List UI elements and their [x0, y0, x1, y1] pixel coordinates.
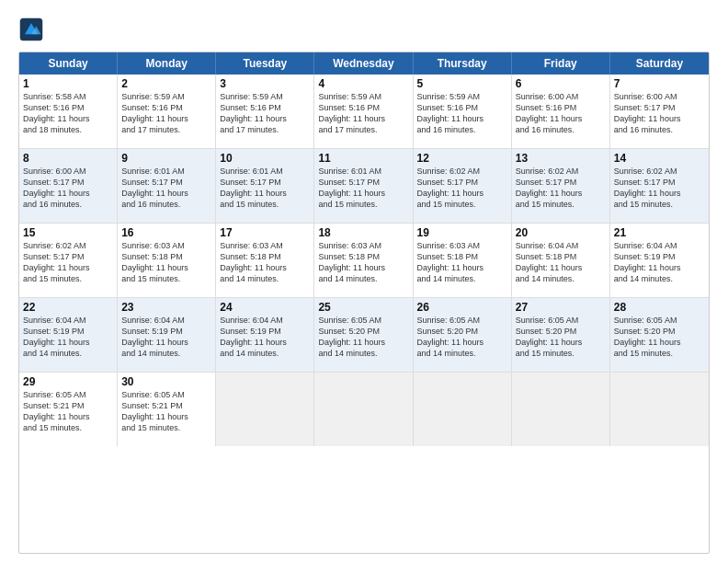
day-cell-16: 16Sunrise: 6:03 AM Sunset: 5:18 PM Dayli… — [118, 224, 216, 297]
calendar-row-4: 29Sunrise: 6:05 AM Sunset: 5:21 PM Dayli… — [19, 372, 709, 446]
day-number: 5 — [417, 77, 507, 90]
day-cell-19: 19Sunrise: 6:03 AM Sunset: 5:18 PM Dayli… — [414, 224, 512, 297]
day-info: Sunrise: 5:59 AM Sunset: 5:16 PM Dayligh… — [121, 91, 211, 136]
day-info: Sunrise: 6:01 AM Sunset: 5:17 PM Dayligh… — [121, 166, 211, 211]
day-cell-empty — [512, 373, 610, 446]
day-number: 13 — [516, 152, 606, 165]
day-number: 22 — [23, 301, 113, 314]
day-cell-20: 20Sunrise: 6:04 AM Sunset: 5:18 PM Dayli… — [512, 224, 610, 297]
day-number: 12 — [417, 152, 507, 165]
day-number: 14 — [614, 152, 705, 165]
weekday-header-friday: Friday — [512, 52, 610, 75]
day-info: Sunrise: 6:02 AM Sunset: 5:17 PM Dayligh… — [614, 166, 705, 211]
weekday-header-sunday: Sunday — [19, 52, 118, 75]
day-cell-empty — [610, 373, 709, 446]
header — [18, 17, 710, 42]
day-cell-28: 28Sunrise: 6:05 AM Sunset: 5:20 PM Dayli… — [610, 298, 709, 372]
day-number: 23 — [121, 301, 211, 314]
day-number: 11 — [318, 152, 408, 165]
logo-icon — [18, 17, 44, 42]
day-number: 25 — [318, 301, 408, 314]
weekday-header-thursday: Thursday — [414, 52, 512, 75]
day-number: 28 — [614, 301, 705, 314]
day-cell-empty — [314, 373, 413, 446]
day-cell-1: 1Sunrise: 5:58 AM Sunset: 5:16 PM Daylig… — [19, 75, 118, 148]
day-number: 27 — [516, 301, 606, 314]
day-number: 20 — [516, 226, 606, 239]
day-cell-21: 21Sunrise: 6:04 AM Sunset: 5:19 PM Dayli… — [610, 224, 709, 297]
weekday-header-saturday: Saturday — [610, 52, 709, 75]
day-cell-8: 8Sunrise: 6:00 AM Sunset: 5:17 PM Daylig… — [19, 149, 118, 223]
calendar: SundayMondayTuesdayWednesdayThursdayFrid… — [18, 52, 710, 554]
day-info: Sunrise: 6:00 AM Sunset: 5:17 PM Dayligh… — [23, 166, 113, 211]
day-cell-11: 11Sunrise: 6:01 AM Sunset: 5:17 PM Dayli… — [314, 149, 413, 223]
day-cell-17: 17Sunrise: 6:03 AM Sunset: 5:18 PM Dayli… — [216, 224, 314, 297]
day-number: 3 — [220, 77, 310, 90]
calendar-row-2: 15Sunrise: 6:02 AM Sunset: 5:17 PM Dayli… — [19, 223, 709, 297]
day-info: Sunrise: 6:01 AM Sunset: 5:17 PM Dayligh… — [318, 166, 408, 211]
day-info: Sunrise: 6:04 AM Sunset: 5:19 PM Dayligh… — [220, 315, 310, 360]
day-info: Sunrise: 6:05 AM Sunset: 5:20 PM Dayligh… — [614, 315, 705, 360]
day-info: Sunrise: 6:03 AM Sunset: 5:18 PM Dayligh… — [121, 240, 211, 285]
day-info: Sunrise: 6:05 AM Sunset: 5:20 PM Dayligh… — [516, 315, 606, 360]
day-number: 21 — [614, 226, 705, 239]
day-number: 16 — [121, 226, 211, 239]
day-number: 9 — [121, 152, 211, 165]
day-cell-2: 2Sunrise: 5:59 AM Sunset: 5:16 PM Daylig… — [118, 75, 216, 148]
day-number: 18 — [318, 226, 408, 239]
day-info: Sunrise: 5:59 AM Sunset: 5:16 PM Dayligh… — [417, 91, 507, 136]
day-info: Sunrise: 6:03 AM Sunset: 5:18 PM Dayligh… — [318, 240, 408, 285]
day-info: Sunrise: 6:05 AM Sunset: 5:21 PM Dayligh… — [121, 389, 211, 434]
day-info: Sunrise: 6:03 AM Sunset: 5:18 PM Dayligh… — [220, 240, 310, 285]
weekday-header-monday: Monday — [118, 52, 216, 75]
logo — [18, 17, 48, 42]
day-number: 19 — [417, 226, 507, 239]
day-info: Sunrise: 6:02 AM Sunset: 5:17 PM Dayligh… — [23, 240, 113, 285]
day-number: 17 — [220, 226, 310, 239]
day-cell-29: 29Sunrise: 6:05 AM Sunset: 5:21 PM Dayli… — [19, 373, 118, 446]
weekday-header-wednesday: Wednesday — [314, 52, 413, 75]
day-number: 26 — [417, 301, 507, 314]
day-cell-25: 25Sunrise: 6:05 AM Sunset: 5:20 PM Dayli… — [314, 298, 413, 372]
day-number: 24 — [220, 301, 310, 314]
day-info: Sunrise: 6:02 AM Sunset: 5:17 PM Dayligh… — [417, 166, 507, 211]
day-info: Sunrise: 6:01 AM Sunset: 5:17 PM Dayligh… — [220, 166, 310, 211]
day-info: Sunrise: 6:04 AM Sunset: 5:18 PM Dayligh… — [516, 240, 606, 285]
day-info: Sunrise: 6:04 AM Sunset: 5:19 PM Dayligh… — [23, 315, 113, 360]
day-number: 6 — [516, 77, 606, 90]
day-cell-empty — [414, 373, 512, 446]
day-info: Sunrise: 6:02 AM Sunset: 5:17 PM Dayligh… — [516, 166, 606, 211]
day-info: Sunrise: 5:59 AM Sunset: 5:16 PM Dayligh… — [220, 91, 310, 136]
day-cell-22: 22Sunrise: 6:04 AM Sunset: 5:19 PM Dayli… — [19, 298, 118, 372]
day-number: 8 — [23, 152, 113, 165]
calendar-row-0: 1Sunrise: 5:58 AM Sunset: 5:16 PM Daylig… — [19, 75, 709, 148]
day-cell-9: 9Sunrise: 6:01 AM Sunset: 5:17 PM Daylig… — [118, 149, 216, 223]
day-cell-7: 7Sunrise: 6:00 AM Sunset: 5:17 PM Daylig… — [610, 75, 709, 148]
day-cell-26: 26Sunrise: 6:05 AM Sunset: 5:20 PM Dayli… — [414, 298, 512, 372]
day-number: 29 — [23, 375, 113, 388]
day-info: Sunrise: 6:05 AM Sunset: 5:20 PM Dayligh… — [318, 315, 408, 360]
day-number: 4 — [318, 77, 408, 90]
day-cell-12: 12Sunrise: 6:02 AM Sunset: 5:17 PM Dayli… — [414, 149, 512, 223]
day-number: 2 — [121, 77, 211, 90]
day-cell-27: 27Sunrise: 6:05 AM Sunset: 5:20 PM Dayli… — [512, 298, 610, 372]
day-cell-6: 6Sunrise: 6:00 AM Sunset: 5:16 PM Daylig… — [512, 75, 610, 148]
day-cell-15: 15Sunrise: 6:02 AM Sunset: 5:17 PM Dayli… — [19, 224, 118, 297]
day-info: Sunrise: 5:59 AM Sunset: 5:16 PM Dayligh… — [318, 91, 408, 136]
calendar-row-1: 8Sunrise: 6:00 AM Sunset: 5:17 PM Daylig… — [19, 148, 709, 223]
day-number: 10 — [220, 152, 310, 165]
day-cell-10: 10Sunrise: 6:01 AM Sunset: 5:17 PM Dayli… — [216, 149, 314, 223]
day-info: Sunrise: 6:05 AM Sunset: 5:21 PM Dayligh… — [23, 389, 113, 434]
day-info: Sunrise: 6:05 AM Sunset: 5:20 PM Dayligh… — [417, 315, 507, 360]
day-cell-13: 13Sunrise: 6:02 AM Sunset: 5:17 PM Dayli… — [512, 149, 610, 223]
day-cell-empty — [216, 373, 314, 446]
day-info: Sunrise: 6:04 AM Sunset: 5:19 PM Dayligh… — [614, 240, 705, 285]
day-cell-3: 3Sunrise: 5:59 AM Sunset: 5:16 PM Daylig… — [216, 75, 314, 148]
day-number: 30 — [121, 375, 211, 388]
day-number: 15 — [23, 226, 113, 239]
day-cell-30: 30Sunrise: 6:05 AM Sunset: 5:21 PM Dayli… — [118, 373, 216, 446]
day-cell-4: 4Sunrise: 5:59 AM Sunset: 5:16 PM Daylig… — [314, 75, 413, 148]
calendar-header: SundayMondayTuesdayWednesdayThursdayFrid… — [19, 52, 709, 75]
day-info: Sunrise: 6:04 AM Sunset: 5:19 PM Dayligh… — [121, 315, 211, 360]
day-info: Sunrise: 5:58 AM Sunset: 5:16 PM Dayligh… — [23, 91, 113, 136]
